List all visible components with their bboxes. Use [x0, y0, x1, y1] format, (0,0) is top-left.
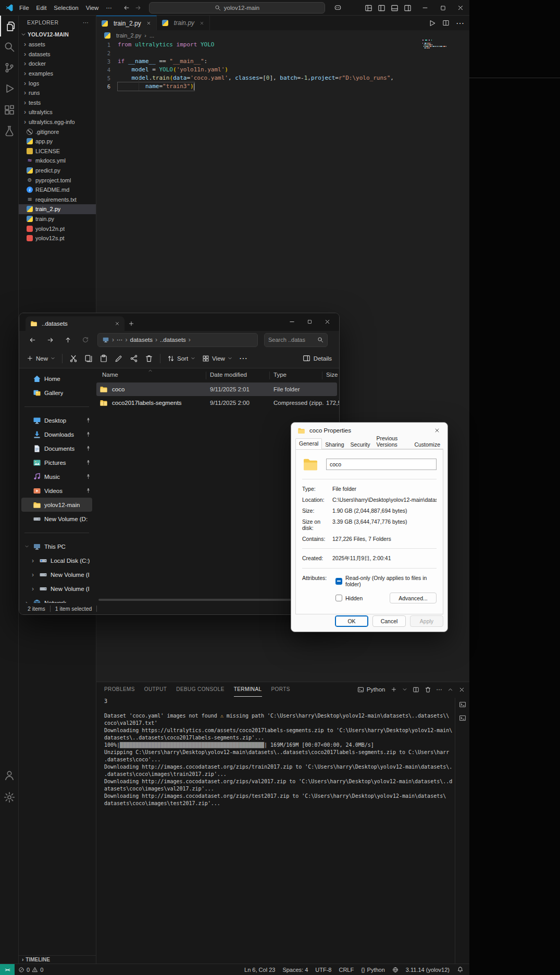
sidebar-item[interactable]: Gallery — [21, 386, 92, 400]
copilot-icon[interactable] — [334, 4, 342, 11]
sidebar-item[interactable]: Music — [21, 470, 92, 484]
column-header-name[interactable]: Name — [102, 372, 118, 378]
window-minimize-button[interactable] — [283, 315, 301, 328]
toolbar-more-icon[interactable]: ⋯ — [239, 353, 247, 363]
sidebar-item[interactable]: Pictures — [21, 455, 92, 470]
activitybar-scm-icon[interactable] — [0, 57, 19, 78]
problems-indicator[interactable]: 0 0 — [15, 964, 47, 975]
terminal-instance-icon[interactable] — [459, 714, 466, 722]
close-panel-icon[interactable] — [458, 686, 465, 693]
minimap[interactable] — [422, 40, 446, 49]
explorer-item[interactable]: yolov12n.pt — [19, 224, 96, 233]
forward-button[interactable] — [42, 332, 58, 347]
window-maximize-button[interactable] — [434, 0, 452, 16]
eol-setting[interactable]: CRLF — [335, 964, 357, 975]
sidebar-item[interactable]: Documents — [21, 441, 92, 455]
project-root-folder[interactable]: YOLOV12-MAIN — [19, 29, 96, 40]
activitybar-search-icon[interactable] — [0, 36, 19, 57]
chevron-right-icon[interactable]: › — [30, 557, 36, 564]
toggle-panel-icon[interactable] — [391, 4, 399, 12]
code-editor[interactable]: 1from ultralytics import YOLO23if __name… — [96, 41, 469, 91]
terminal-output[interactable]: 3Dataset 'coco.yaml' images not found ⚠ … — [104, 698, 453, 961]
explorer-titlebar[interactable]: ..datasets — [19, 313, 339, 331]
sidebar-item[interactable]: yolov12-main — [21, 498, 92, 512]
paste-icon[interactable] — [99, 354, 108, 363]
explorer-item[interactable]: ›tests — [19, 98, 96, 108]
new-terminal-icon[interactable] — [391, 686, 397, 693]
window-maximize-button[interactable] — [301, 315, 318, 328]
activitybar-gear-icon[interactable] — [0, 787, 19, 808]
breadcrumb-symbol[interactable]: ... — [150, 32, 154, 39]
chevron-right-icon[interactable]: › — [30, 571, 36, 578]
history-forward-icon[interactable] — [134, 4, 142, 11]
panel-more-icon[interactable]: ⋯ — [437, 686, 443, 693]
breadcrumb-file[interactable]: train_2.py — [116, 32, 141, 39]
up-button[interactable] — [60, 332, 76, 347]
panel-tab-output[interactable]: OUTPUT — [144, 682, 167, 697]
panel-tab-terminal[interactable]: TERMINAL — [234, 682, 262, 697]
explorer-item[interactable]: train.py — [19, 214, 96, 224]
copy-icon[interactable] — [84, 354, 93, 363]
explorer-more-icon[interactable]: ⋯ — [83, 19, 89, 26]
view-button[interactable]: View — [202, 355, 232, 362]
split-terminal-icon[interactable] — [413, 686, 419, 693]
editor-tab[interactable]: train.py — [157, 16, 210, 30]
apply-button[interactable]: Apply — [410, 615, 443, 627]
breadcrumb-segment[interactable]: datasets — [130, 337, 153, 343]
command-center-search[interactable]: yolov12-main — [149, 2, 325, 14]
history-back-icon[interactable] — [123, 4, 130, 11]
explorer-item[interactable]: .gitignore — [19, 127, 96, 137]
explorer-item[interactable]: ›datasets — [19, 50, 96, 59]
activitybar-files-icon[interactable] — [0, 16, 19, 36]
menu-item-2[interactable]: Selection — [50, 2, 82, 14]
panel-tab-problems[interactable]: PROBLEMS — [104, 682, 135, 697]
window-minimize-button[interactable] — [416, 0, 434, 16]
maximize-panel-icon[interactable] — [447, 687, 453, 693]
window-close-button[interactable] — [318, 315, 336, 328]
explorer-item[interactable]: ›runs — [19, 88, 96, 98]
rename-icon[interactable] — [115, 354, 123, 363]
notifications-bell-icon[interactable] — [453, 964, 467, 975]
menu-item-3[interactable]: View — [82, 2, 103, 14]
explorer-item[interactable]: README.md — [19, 185, 96, 195]
activitybar-account-icon[interactable] — [0, 765, 19, 786]
encoding-setting[interactable]: UTF-8 — [312, 964, 335, 975]
cut-icon[interactable] — [69, 354, 78, 363]
sidebar-item[interactable]: Videos — [21, 484, 92, 498]
activitybar-testing-icon[interactable] — [0, 120, 19, 141]
explorer-item[interactable]: ›assets — [19, 40, 96, 50]
dialog-tab-customize[interactable]: Customize — [411, 440, 443, 449]
explorer-item[interactable]: ›logs — [19, 78, 96, 88]
run-python-file-icon[interactable] — [428, 19, 436, 27]
new-tab-button[interactable] — [125, 317, 138, 330]
folder-name-input[interactable] — [326, 459, 437, 470]
column-header-size[interactable]: Size — [326, 372, 338, 378]
explorer-item[interactable]: ›docker — [19, 59, 96, 69]
sort-button[interactable]: Sort — [167, 355, 195, 362]
sidebar-item[interactable]: ›Local Disk (C:) — [28, 553, 92, 567]
explorer-item[interactable]: ›examples — [19, 69, 96, 79]
explorer-item[interactable]: mkdocs.yml — [19, 156, 96, 166]
toggle-secondary-sidebar-icon[interactable] — [404, 4, 412, 12]
customize-layout-icon[interactable] — [365, 4, 372, 12]
sidebar-item[interactable]: Desktop — [21, 413, 92, 427]
dialog-tab-general[interactable]: General — [295, 438, 322, 449]
search-box[interactable] — [264, 333, 328, 347]
breadcrumb-segment[interactable]: ..datasets — [160, 337, 186, 343]
kill-terminal-icon[interactable] — [425, 686, 431, 693]
close-tab-icon[interactable] — [146, 21, 151, 26]
column-header-date-modified[interactable]: Date modified — [210, 372, 247, 378]
dialog-tab-previous-versions[interactable]: Previous Versions — [374, 434, 412, 449]
explorer-item[interactable]: ›ultralytics — [19, 107, 96, 117]
file-row[interactable]: coco2017labels-segments9/11/2025 2:00Com… — [96, 396, 337, 410]
timeline-section[interactable]: › TIMELINE — [19, 955, 96, 964]
close-tab-icon[interactable] — [115, 321, 120, 326]
terminal-dropdown-icon[interactable] — [402, 687, 407, 692]
advanced-button[interactable]: Advanced... — [390, 593, 437, 603]
dialog-close-button[interactable] — [429, 424, 445, 437]
close-tab-icon[interactable] — [200, 21, 204, 26]
readonly-checkbox[interactable] — [335, 578, 342, 585]
chevron-right-icon[interactable]: › — [23, 599, 30, 603]
panel-tab-debug-console[interactable]: DEBUG CONSOLE — [176, 682, 224, 697]
breadcrumb-segment[interactable]: ⋯ — [117, 336, 123, 343]
